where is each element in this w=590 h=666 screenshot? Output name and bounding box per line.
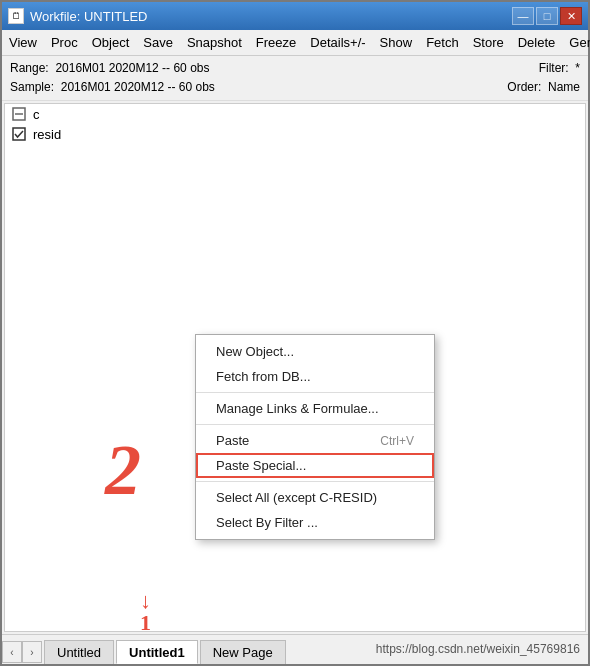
ctx-item-paste-special[interactable]: Paste Special... bbox=[196, 453, 434, 478]
menu-item-delete[interactable]: Delete bbox=[511, 32, 563, 53]
ctx-item-select-by-filter[interactable]: Select By Filter ... bbox=[196, 510, 434, 535]
minimize-button[interactable]: — bbox=[512, 7, 534, 25]
order-info: Order: Name bbox=[507, 78, 580, 97]
ctx-separator-after-paste-special bbox=[196, 481, 434, 482]
sample-info: Sample: 2016M01 2020M12 -- 60 obs bbox=[10, 78, 215, 97]
sample-row: Sample: 2016M01 2020M12 -- 60 obs Order:… bbox=[10, 78, 580, 97]
tab-nav-next-button[interactable]: › bbox=[22, 641, 42, 663]
info-bar: Range: 2016M01 2020M12 -- 60 obs Filter:… bbox=[2, 56, 588, 101]
variable-c[interactable]: c bbox=[5, 104, 585, 124]
ctx-label-fetch-from-db: Fetch from DB... bbox=[216, 369, 311, 384]
menu-item-show[interactable]: Show bbox=[373, 32, 420, 53]
range-info: Range: 2016M01 2020M12 -- 60 obs bbox=[10, 59, 209, 78]
order-label: Order: bbox=[507, 80, 541, 94]
tab-bar: ↓ 1 ‹›UntitledUntitled1New Pagehttps://b… bbox=[2, 634, 588, 664]
window-title: Workfile: UNTITLED bbox=[30, 9, 148, 24]
ctx-separator-after-manage-links bbox=[196, 424, 434, 425]
ctx-item-new-object[interactable]: New Object... bbox=[196, 339, 434, 364]
order-value: Name bbox=[548, 80, 580, 94]
ctx-item-fetch-from-db[interactable]: Fetch from DB... bbox=[196, 364, 434, 389]
ctx-label-select-all: Select All (except C-RESID) bbox=[216, 490, 377, 505]
ctx-label-paste-special: Paste Special... bbox=[216, 458, 306, 473]
menu-item-details+/-[interactable]: Details+/- bbox=[303, 32, 372, 53]
filter-label: Filter: bbox=[539, 61, 569, 75]
maximize-button[interactable]: □ bbox=[536, 7, 558, 25]
context-menu: New Object...Fetch from DB...Manage Link… bbox=[195, 334, 435, 540]
filter-info: Filter: * bbox=[539, 59, 580, 78]
tab-nav-prev-button[interactable]: ‹ bbox=[2, 641, 22, 663]
main-window: 🗒 Workfile: UNTITLED — □ ✕ ViewProcObjec… bbox=[0, 0, 590, 666]
checked-icon bbox=[11, 126, 27, 142]
title-controls: — □ ✕ bbox=[512, 7, 582, 25]
content-area: c resid 2 New Object...Fetch from DB...M… bbox=[4, 103, 586, 632]
variable-resid[interactable]: resid bbox=[5, 124, 585, 144]
filter-value: * bbox=[575, 61, 580, 75]
menu-item-snapshot[interactable]: Snapshot bbox=[180, 32, 249, 53]
menu-item-object[interactable]: Object bbox=[85, 32, 137, 53]
ctx-item-paste[interactable]: PasteCtrl+V bbox=[196, 428, 434, 453]
menu-item-freeze[interactable]: Freeze bbox=[249, 32, 303, 53]
tab-new-page[interactable]: New Page bbox=[200, 640, 286, 664]
variable-resid-name: resid bbox=[33, 127, 61, 142]
title-bar: 🗒 Workfile: UNTITLED — □ ✕ bbox=[2, 2, 588, 30]
step2-annotation: 2 bbox=[105, 434, 141, 506]
range-row: Range: 2016M01 2020M12 -- 60 obs Filter:… bbox=[10, 59, 580, 78]
close-button[interactable]: ✕ bbox=[560, 7, 582, 25]
step1-arrow-icon: ↓ bbox=[140, 590, 151, 612]
menu-item-store[interactable]: Store bbox=[466, 32, 511, 53]
menu-item-genr[interactable]: Genr bbox=[562, 32, 590, 53]
ctx-separator-after-fetch-from-db bbox=[196, 392, 434, 393]
menu-item-fetch[interactable]: Fetch bbox=[419, 32, 466, 53]
series-icon bbox=[11, 106, 27, 122]
ctx-item-manage-links[interactable]: Manage Links & Formulae... bbox=[196, 396, 434, 421]
sample-label: Sample: bbox=[10, 80, 54, 94]
window-icon: 🗒 bbox=[8, 8, 24, 24]
variable-c-name: c bbox=[33, 107, 40, 122]
tab-untitled1[interactable]: Untitled1 bbox=[116, 640, 198, 664]
menu-item-proc[interactable]: Proc bbox=[44, 32, 85, 53]
status-url: https://blog.csdn.net/weixin_45769816 bbox=[368, 634, 588, 664]
ctx-label-select-by-filter: Select By Filter ... bbox=[216, 515, 318, 530]
ctx-label-paste: Paste bbox=[216, 433, 249, 448]
ctx-label-new-object: New Object... bbox=[216, 344, 294, 359]
range-label: Range: bbox=[10, 61, 49, 75]
title-bar-left: 🗒 Workfile: UNTITLED bbox=[8, 8, 148, 24]
sample-value: 2016M01 2020M12 -- 60 obs bbox=[61, 80, 215, 94]
tab-untitled[interactable]: Untitled bbox=[44, 640, 114, 664]
ctx-item-select-all[interactable]: Select All (except C-RESID) bbox=[196, 485, 434, 510]
ctx-label-manage-links: Manage Links & Formulae... bbox=[216, 401, 379, 416]
menu-item-save[interactable]: Save bbox=[136, 32, 180, 53]
menu-bar: ViewProcObjectSaveSnapshotFreezeDetails+… bbox=[2, 30, 588, 56]
step1-label: 1 bbox=[140, 612, 151, 634]
range-value: 2016M01 2020M12 -- 60 obs bbox=[55, 61, 209, 75]
menu-item-view[interactable]: View bbox=[2, 32, 44, 53]
svg-rect-2 bbox=[13, 128, 25, 140]
ctx-shortcut-paste: Ctrl+V bbox=[380, 434, 414, 448]
